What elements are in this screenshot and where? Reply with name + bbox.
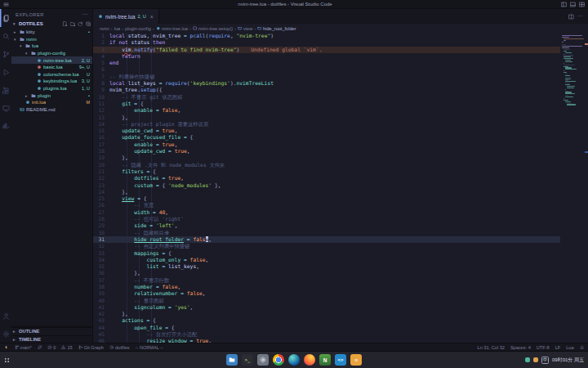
input-method-icon[interactable]: 中 — [541, 357, 549, 364]
code-line-32[interactable]: 32 -- 自定义列表中快捷键 — [93, 243, 560, 249]
code-line-24[interactable]: 24 }, — [93, 189, 560, 195]
status-branch[interactable]: main* — [15, 345, 32, 350]
code-line-12[interactable]: 12 enable = false, — [93, 107, 560, 114]
status-git-graph[interactable]: Git Graph — [78, 345, 104, 350]
activity-extensions[interactable] — [0, 81, 11, 99]
code-line-5[interactable]: 5end — [93, 60, 560, 66]
status-encoding[interactable]: UTF-8 — [537, 345, 550, 350]
status-project[interactable]: dotfiles — [109, 345, 130, 350]
code-line-10[interactable]: 10 -- 不显示 git 状态图标 — [93, 94, 560, 101]
code-line-29[interactable]: 29 side = 'left', — [93, 222, 560, 229]
breadcrumb-item[interactable]: nvim-tree.lua — [156, 26, 188, 31]
tab-nvim-tree[interactable]: nvim-tree.lua 2, U × — [93, 9, 159, 24]
app-firefox-icon[interactable] — [304, 354, 315, 366]
app-file-manager-icon[interactable] — [226, 354, 238, 366]
code-line-38[interactable]: 38 number = false, — [93, 284, 560, 290]
tree-item-plugin[interactable]: ▸plugin• — [11, 92, 92, 99]
status-remote[interactable] — [4, 345, 9, 350]
code-line-42[interactable]: 42 }, — [93, 311, 560, 317]
activity-source-control[interactable] — [0, 45, 11, 63]
code-line-41[interactable]: 41 signcolumn = 'yes', — [93, 304, 560, 311]
code-line-30[interactable]: 30 -- 隐藏根目录 — [93, 230, 560, 236]
collapse-all-icon[interactable] — [86, 21, 91, 27]
tree-item-colorscheme.lua[interactable]: colorscheme.luaU — [11, 71, 92, 79]
code-line-35[interactable]: 35 list = list_keys, — [93, 263, 560, 270]
code-line-18[interactable]: 18 update_cwd = true, — [93, 148, 560, 155]
code-line-44[interactable]: 44 open_file = { — [93, 325, 560, 331]
code-editor[interactable]: 1local status, nvim_tree = pcall(require… — [93, 33, 560, 343]
code-line-9[interactable]: 9nvim_tree.setup({ — [93, 87, 560, 93]
activity-docker[interactable] — [0, 117, 11, 135]
code-line-36[interactable]: 36 }, — [93, 270, 560, 276]
status-sync[interactable] — [38, 345, 42, 350]
status-language[interactable]: Lua — [566, 345, 573, 350]
app-neovim-icon[interactable]: N — [319, 354, 331, 366]
code-line-20[interactable]: 20 -- 隐藏 .文件 和 node_modules 文件夹 — [93, 162, 560, 168]
launcher-icon[interactable] — [3, 357, 11, 364]
status-vim-mode[interactable]: -- NORMAL -- — [136, 345, 163, 350]
code-line-1[interactable]: 1local status, nvim_tree = pcall(require… — [93, 33, 560, 39]
code-line-25[interactable]: 25 view = { — [93, 195, 560, 202]
activity-search[interactable] — [0, 27, 11, 45]
code-line-8[interactable]: 8local list_keys = require('keybindings'… — [93, 80, 560, 87]
tree-item-nvim[interactable]: ▾nvim — [11, 36, 92, 43]
code-line-23[interactable]: 23 custom = { 'node_modules' }, — [93, 182, 560, 189]
status-cursor-position[interactable]: Ln 31, Col 32 — [478, 345, 505, 350]
breadcrumb-item[interactable]: nvim-tree.setup() — [193, 26, 233, 31]
code-line-6[interactable]: 6 — [93, 66, 560, 73]
section-outline[interactable]: ▸OUTLINE — [11, 327, 92, 335]
tree-item-plugins.lua[interactable]: plugins.lua1, U — [11, 85, 92, 92]
activity-remote-explorer[interactable] — [0, 99, 11, 117]
code-line-45[interactable]: 45 -- 首次打开大小适配 — [93, 331, 560, 338]
app-notes-icon[interactable]: ≡ — [350, 354, 362, 366]
code-line-28[interactable]: 28 -- 也可以 'right' — [93, 216, 560, 222]
activity-explorer[interactable] — [0, 9, 11, 27]
tray-notification-icon[interactable] — [533, 357, 538, 362]
tree-item-nvim-tree.lua[interactable]: nvim-tree.lua2, U — [11, 56, 92, 64]
code-line-26[interactable]: 26 -- 宽度 — [93, 202, 560, 209]
code-line-21[interactable]: 21 filters = { — [93, 168, 560, 175]
code-line-13[interactable]: 13 }, — [93, 114, 560, 121]
section-timeline[interactable]: ▸TIMELINE — [11, 335, 92, 343]
layout-sidebar-icon[interactable] — [561, 2, 567, 7]
status-errors[interactable]: 0 — [47, 345, 56, 350]
status-warnings[interactable]: 15 — [61, 345, 72, 350]
code-line-15[interactable]: 15 update_cwd = true, — [93, 128, 560, 134]
code-line-19[interactable]: 19 }, — [93, 155, 560, 161]
code-line-46[interactable]: 46 resize_window = true, — [93, 338, 560, 343]
tree-item-keybindings.lua[interactable]: keybindings.lua3, U — [11, 78, 92, 85]
tree-item-init.lua[interactable]: init.luaM — [11, 99, 92, 106]
status-indentation[interactable]: Spaces: 4 — [510, 345, 531, 350]
explorer-section-dotfiles[interactable]: ▾ DOTFILES — [11, 20, 92, 28]
activity-settings[interactable] — [0, 325, 11, 343]
code-line-14[interactable]: 14 -- project plugin 需要这样设置 — [93, 121, 560, 128]
activity-account[interactable] — [0, 307, 11, 325]
more-actions-icon[interactable]: ⋯ — [82, 12, 88, 16]
code-line-3[interactable]: 3 vim.notify("failed to find nvim-tree")… — [93, 47, 560, 53]
status-notifications[interactable] — [580, 345, 585, 350]
code-line-11[interactable]: 11 git = { — [93, 101, 560, 107]
refresh-icon[interactable] — [78, 21, 83, 27]
tree-item-plugin-config[interactable]: ▾plugin-config — [11, 50, 92, 57]
code-line-27[interactable]: 27 width = 40, — [93, 209, 560, 216]
taskbar-clock[interactable]: 09时01分 周五 — [552, 357, 584, 364]
app-chrome-icon[interactable] — [273, 354, 284, 366]
code-line-22[interactable]: 22 dotfiles = true, — [93, 175, 560, 182]
close-icon[interactable]: × — [150, 14, 154, 20]
code-line-34[interactable]: 34 custom_only = false, — [93, 257, 560, 263]
breadcrumb-item[interactable]: plugin-config — [125, 26, 151, 31]
breadcrumb-item[interactable]: lua — [114, 26, 120, 31]
code-line-16[interactable]: 16 update_focused_file = { — [93, 134, 560, 141]
minimap[interactable] — [560, 33, 585, 343]
code-line-40[interactable]: 40 -- 显示图标 — [93, 298, 560, 304]
new-folder-icon[interactable] — [70, 21, 76, 27]
tree-item-kitty[interactable]: ▸kitty• — [11, 29, 92, 36]
new-file-icon[interactable] — [62, 21, 68, 27]
code-line-33[interactable]: 33 mappings = { — [93, 250, 560, 257]
layout-customize-icon[interactable] — [579, 2, 585, 7]
breadcrumb-item[interactable]: nvim — [100, 26, 109, 31]
code-line-7[interactable]: 7-- 列表操作快捷键 — [93, 74, 560, 80]
app-settings-icon[interactable] — [257, 354, 269, 366]
status-eol[interactable]: LF — [555, 345, 561, 350]
app-edge-icon[interactable] — [288, 354, 300, 366]
